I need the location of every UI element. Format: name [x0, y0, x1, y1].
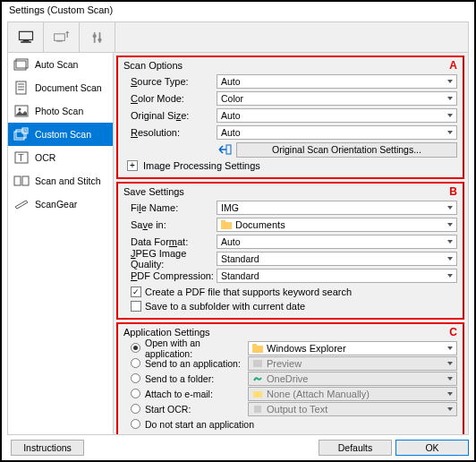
- original-size-dropdown[interactable]: Auto: [217, 108, 457, 123]
- radio-open-with[interactable]: [131, 343, 140, 353]
- svg-rect-28: [252, 346, 263, 353]
- data-format-label: Data Format:: [123, 236, 217, 247]
- radio-send-folder[interactable]: [131, 373, 140, 383]
- start-ocr-label: Start OCR:: [145, 404, 248, 415]
- image-processing-label: Image Processing Settings: [143, 160, 260, 171]
- source-type-dropdown[interactable]: Auto: [217, 74, 457, 89]
- send-folder-dropdown[interactable]: OneDrive: [248, 372, 457, 386]
- main-panel: A Scan Options Source Type: Auto Color M…: [114, 53, 468, 434]
- scangear-icon: [13, 197, 30, 211]
- sidebar-item-stitch[interactable]: Scan and Stitch: [8, 169, 113, 192]
- svg-rect-4: [56, 40, 63, 41]
- custom-scan-icon: [13, 127, 30, 141]
- svg-rect-1: [22, 39, 29, 41]
- sidebar-item-custom[interactable]: Custom Scan: [8, 123, 113, 146]
- sidebar-item-ocr[interactable]: T OCR: [8, 146, 113, 169]
- application-settings-section: C Application Settings Open with an appl…: [116, 322, 464, 434]
- svg-text:T: T: [18, 152, 24, 163]
- svg-rect-24: [22, 176, 29, 185]
- radio-attach-email[interactable]: [131, 389, 140, 398]
- svg-point-8: [92, 34, 96, 38]
- orientation-icon[interactable]: [217, 142, 233, 157]
- svg-rect-26: [221, 222, 232, 229]
- pdf-keyword-checkbox[interactable]: ✓: [131, 287, 141, 297]
- open-with-dropdown[interactable]: Windows Explorer: [248, 341, 457, 355]
- pdf-compression-label: PDF Compression:: [123, 270, 217, 281]
- file-name-label: File Name:: [123, 202, 217, 213]
- attach-email-label: Attach to e-mail:: [145, 389, 248, 399]
- start-ocr-dropdown[interactable]: Output to Text: [248, 402, 457, 416]
- sidebar: Auto Scan Document Scan Photo Scan Custo…: [8, 53, 114, 434]
- radio-start-ocr[interactable]: [131, 404, 140, 414]
- scan-options-section: A Scan Options Source Type: Auto Color M…: [116, 56, 464, 179]
- pdf-keyword-label: Create a PDF file that supports keyword …: [145, 287, 352, 297]
- auto-scan-icon: [13, 57, 30, 72]
- jpeg-quality-dropdown[interactable]: Standard: [217, 252, 457, 266]
- tab-general[interactable]: [80, 22, 115, 53]
- tab-to-computer[interactable]: [44, 22, 80, 53]
- send-folder-label: Send to a folder:: [145, 373, 248, 384]
- svg-rect-2: [21, 41, 31, 43]
- orientation-settings-button[interactable]: Original Scan Orientation Settings...: [236, 142, 457, 158]
- window-title: Settings (Custom Scan): [2, 2, 474, 21]
- subfolder-checkbox[interactable]: [131, 301, 141, 312]
- svg-rect-23: [14, 176, 21, 185]
- footer: Instructions Defaults OK: [7, 439, 469, 457]
- jpeg-quality-label: JPEG Image Quality:: [123, 248, 217, 270]
- save-settings-section: B Save Settings File Name: IMG Save in: …: [116, 182, 464, 320]
- save-in-dropdown[interactable]: Documents: [217, 218, 457, 232]
- svg-rect-32: [254, 406, 261, 413]
- svg-rect-20: [22, 128, 28, 133]
- send-app-label: Send to an application:: [145, 358, 248, 369]
- save-in-label: Save in:: [123, 219, 217, 230]
- sidebar-item-document[interactable]: Document Scan: [8, 76, 113, 99]
- svg-rect-27: [221, 220, 225, 223]
- content-area: Auto Scan Document Scan Photo Scan Custo…: [7, 21, 469, 435]
- no-app-label: Do not start an application: [145, 419, 254, 430]
- instructions-button[interactable]: Instructions: [11, 440, 84, 456]
- svg-rect-31: [253, 391, 262, 398]
- defaults-button[interactable]: Defaults: [319, 440, 392, 456]
- resolution-dropdown[interactable]: Auto: [217, 125, 457, 140]
- open-with-label: Open with an application:: [145, 338, 248, 359]
- application-settings-title: Application Settings: [123, 327, 457, 338]
- stitch-icon: [13, 174, 30, 188]
- save-settings-title: Save Settings: [123, 186, 457, 197]
- radio-send-app[interactable]: [131, 358, 140, 368]
- svg-rect-29: [252, 344, 257, 346]
- subfolder-label: Save to a subfolder with current date: [145, 301, 305, 312]
- sidebar-item-auto[interactable]: Auto Scan: [8, 53, 113, 76]
- color-mode-label: Color Mode:: [123, 93, 217, 104]
- section-marker-c: C: [449, 326, 457, 338]
- document-scan-icon: [13, 81, 30, 95]
- source-type-label: Source Type:: [123, 76, 217, 87]
- svg-rect-3: [54, 33, 64, 40]
- toolbar: [8, 22, 468, 53]
- svg-rect-30: [253, 360, 262, 367]
- pdf-compression-dropdown[interactable]: Standard: [217, 269, 457, 283]
- radio-no-app[interactable]: [131, 419, 140, 429]
- svg-rect-0: [19, 31, 32, 39]
- expand-image-processing[interactable]: +: [127, 160, 138, 171]
- tab-from-computer[interactable]: [8, 22, 44, 53]
- scan-options-title: Scan Options: [123, 60, 457, 71]
- color-mode-dropdown[interactable]: Color: [217, 91, 457, 106]
- svg-rect-12: [16, 81, 26, 94]
- svg-rect-5: [66, 33, 67, 38]
- send-app-dropdown[interactable]: Preview: [248, 356, 457, 371]
- attach-email-dropdown[interactable]: None (Attach Manually): [248, 387, 457, 401]
- svg-point-9: [98, 38, 101, 41]
- section-marker-a: A: [449, 59, 457, 72]
- ocr-icon: T: [13, 150, 30, 165]
- resolution-label: Resolution:: [123, 127, 217, 138]
- photo-scan-icon: [13, 104, 30, 118]
- ok-button[interactable]: OK: [395, 440, 469, 456]
- file-name-dropdown[interactable]: IMG: [217, 201, 457, 215]
- sidebar-item-scangear[interactable]: ScanGear: [8, 192, 113, 216]
- svg-rect-25: [226, 145, 231, 154]
- sidebar-item-photo[interactable]: Photo Scan: [8, 99, 113, 123]
- svg-point-17: [19, 108, 21, 111]
- original-size-label: Original Size:: [123, 110, 217, 121]
- data-format-dropdown[interactable]: Auto: [217, 235, 457, 249]
- section-marker-b: B: [449, 185, 457, 198]
